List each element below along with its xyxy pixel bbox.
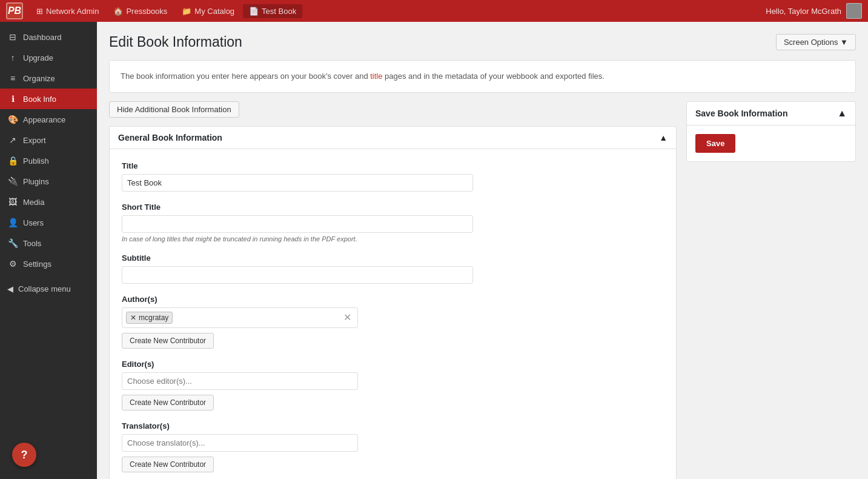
nav-test-book-label: Test Book: [262, 7, 296, 16]
nav-network-admin-label: Network Admin: [46, 7, 99, 16]
pb-logo: PB: [6, 2, 23, 19]
content-with-sidebar: Hide Additional Book Information General…: [109, 101, 856, 480]
top-bar: PB ⊞ Network Admin 🏠 Pressbooks 📁 My Cat…: [0, 0, 868, 22]
translators-label: Translator(s): [122, 421, 664, 430]
hide-additional-info-button[interactable]: Hide Additional Book Information: [109, 101, 239, 118]
plugins-icon: 🔌: [7, 176, 18, 186]
sidebar-item-book-info-label: Book Info: [23, 95, 56, 104]
sidebar-item-upgrade[interactable]: ↑ Upgrade: [0, 47, 97, 68]
create-editor-contributor-button[interactable]: Create New Contributor: [122, 395, 214, 410]
info-notice: The book information you enter here appe…: [109, 60, 856, 93]
notice-text-1: The book information you enter here appe…: [121, 72, 370, 81]
sidebar-item-book-info[interactable]: ℹ Book Info: [0, 89, 97, 109]
collapse-menu[interactable]: ◀ Collapse menu: [0, 279, 97, 299]
sidebar-item-settings[interactable]: ⚙ Settings: [0, 253, 97, 274]
sidebar-item-media[interactable]: 🖼 Media: [0, 192, 97, 212]
sidebar-item-organize-label: Organize: [23, 74, 55, 83]
author-tag-remove[interactable]: ✕: [130, 313, 136, 322]
authors-clear-button[interactable]: ✕: [341, 312, 354, 323]
sidebar-item-publish-label: Publish: [23, 156, 49, 166]
save-button[interactable]: Save: [695, 134, 735, 153]
author-tag-mcgratay: ✕ mcgratay: [126, 312, 173, 324]
network-admin-icon: ⊞: [36, 7, 43, 16]
page-title: Edit Book Information: [109, 34, 242, 50]
publish-icon: 🔒: [7, 156, 18, 166]
settings-icon: ⚙: [7, 259, 18, 269]
dashboard-icon: ⊟: [7, 32, 18, 42]
user-greeting: Hello, Taylor McGrath: [766, 7, 841, 16]
upgrade-icon: ↑: [7, 53, 18, 62]
collapse-label: Collapse menu: [18, 284, 71, 293]
sidebar-item-upgrade-label: Upgrade: [23, 53, 53, 62]
section-header-general[interactable]: General Book Information ▲: [110, 127, 676, 149]
organize-icon: ≡: [7, 73, 18, 83]
book-info-icon: ℹ: [7, 94, 18, 104]
sidebar-item-plugins-label: Plugins: [23, 177, 49, 186]
author-tag-value: mcgratay: [139, 313, 168, 322]
nav-pressbooks-label: Pressbooks: [126, 7, 167, 16]
authors-select-wrap[interactable]: ✕ mcgratay ✕: [122, 307, 358, 328]
field-short-title: Short Title In case of long titles that …: [122, 203, 664, 243]
subtitle-input[interactable]: [122, 266, 473, 284]
top-nav: ⊞ Network Admin 🏠 Pressbooks 📁 My Catalo…: [30, 4, 766, 18]
page-header-row: Edit Book Information Screen Options ▼: [109, 34, 856, 50]
main-content: Edit Book Information Screen Options ▼ T…: [97, 22, 868, 479]
authors-label: Author(s): [122, 295, 664, 304]
media-icon: 🖼: [7, 197, 18, 207]
save-box-collapse-icon[interactable]: ▲: [837, 108, 847, 119]
test-book-icon: 📄: [249, 7, 259, 16]
nav-network-admin[interactable]: ⊞ Network Admin: [30, 4, 105, 18]
field-translators: Translator(s) Create New Contributor: [122, 421, 664, 472]
sidebar-item-users[interactable]: 👤 Users: [0, 212, 97, 233]
short-title-input[interactable]: [122, 215, 473, 233]
sidebar-item-export-label: Export: [23, 136, 46, 145]
create-author-contributor-button[interactable]: Create New Contributor: [122, 333, 214, 349]
title-label: Title: [122, 161, 664, 170]
sidebar-item-dashboard-label: Dashboard: [23, 33, 62, 42]
section-body-general: Title Short Title In case of long titles…: [110, 149, 676, 480]
translators-input[interactable]: [122, 434, 358, 452]
general-book-info-section: General Book Information ▲ Title Short T…: [109, 126, 677, 480]
create-translator-contributor-button[interactable]: Create New Contributor: [122, 457, 214, 472]
sidebar-item-organize[interactable]: ≡ Organize: [0, 68, 97, 89]
sidebar-item-appearance[interactable]: 🎨 Appearance: [0, 109, 97, 130]
save-box-title: Save Book Information: [695, 109, 787, 118]
export-icon: ↗: [7, 135, 18, 145]
nav-pressbooks[interactable]: 🏠 Pressbooks: [107, 4, 173, 18]
sidebar-item-export[interactable]: ↗ Export: [0, 130, 97, 150]
section-collapse-icon: ▲: [659, 133, 668, 142]
my-catalog-icon: 📁: [182, 7, 191, 16]
sidebar-item-settings-label: Settings: [23, 260, 51, 269]
right-sidebar: Save Book Information ▲ Save: [686, 101, 856, 162]
sidebar-item-media-label: Media: [23, 198, 44, 207]
sidebar-item-tools[interactable]: 🔧 Tools: [0, 233, 97, 253]
nav-test-book[interactable]: 📄 Test Book: [243, 4, 302, 18]
sidebar-item-dashboard[interactable]: ⊟ Dashboard: [0, 27, 97, 47]
tools-icon: 🔧: [7, 238, 18, 248]
sidebar-item-users-label: Users: [23, 218, 44, 227]
notice-title-link[interactable]: title: [370, 72, 382, 81]
sidebar: ⊟ Dashboard ↑ Upgrade ≡ Organize ℹ Book …: [0, 22, 97, 479]
editors-label: Editor(s): [122, 360, 664, 369]
field-subtitle: Subtitle: [122, 253, 664, 284]
sidebar-item-plugins[interactable]: 🔌 Plugins: [0, 171, 97, 192]
screen-options-button[interactable]: Screen Options ▼: [776, 34, 856, 50]
save-box: Save Book Information ▲ Save: [686, 101, 856, 162]
collapse-icon: ◀: [7, 284, 13, 293]
field-editors: Editor(s) Create New Contributor: [122, 360, 664, 410]
help-button[interactable]: ?: [12, 443, 36, 467]
title-input[interactable]: [122, 174, 473, 192]
short-title-hint: In case of long titles that might be tru…: [122, 235, 664, 243]
short-title-label: Short Title: [122, 203, 664, 212]
layout: ⊟ Dashboard ↑ Upgrade ≡ Organize ℹ Book …: [0, 22, 868, 479]
users-icon: 👤: [7, 218, 18, 227]
save-box-body: Save: [687, 126, 855, 161]
field-authors: Author(s) ✕ mcgratay ✕ Create New Contri…: [122, 295, 664, 349]
user-avatar[interactable]: [846, 3, 862, 19]
sidebar-item-publish[interactable]: 🔒 Publish: [0, 150, 97, 171]
editors-input[interactable]: [122, 372, 358, 390]
nav-my-catalog[interactable]: 📁 My Catalog: [176, 4, 240, 18]
section-title-general: General Book Information: [118, 133, 222, 142]
appearance-icon: 🎨: [7, 115, 18, 124]
nav-my-catalog-label: My Catalog: [194, 7, 234, 16]
